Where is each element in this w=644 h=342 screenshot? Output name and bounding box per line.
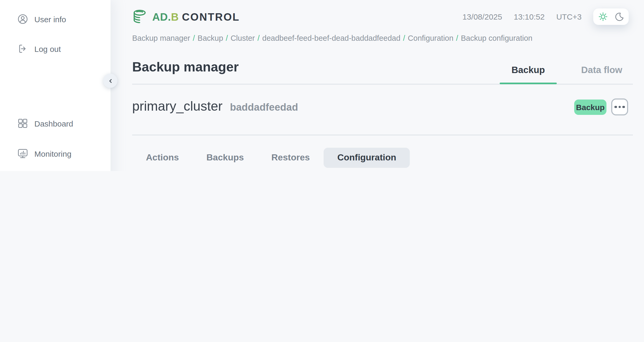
ellipsis-icon [619, 106, 621, 108]
app-logo: AD.BCONTROL [132, 7, 240, 27]
divider [132, 134, 633, 135]
cluster-name: primary_cluster [132, 98, 223, 114]
backup-button[interactable]: Backup [574, 100, 606, 115]
more-actions-button[interactable] [611, 98, 628, 115]
breadcrumb-item[interactable]: Backup manager [132, 34, 190, 42]
breadcrumb-item[interactable]: Configuration [408, 34, 454, 42]
current-date: 13/08/2025 [462, 12, 502, 21]
breadcrumb: Backup manager/Backup/Cluster/deadbeef-f… [132, 34, 532, 42]
breadcrumb-separator: / [401, 34, 408, 42]
ellipsis-icon [615, 106, 617, 108]
cluster-tabs: Actions Backups Restores Configuration [132, 148, 410, 168]
user-circle-icon [17, 13, 29, 25]
tab-backups[interactable]: Backups [193, 148, 258, 168]
light-theme-sun-icon[interactable] [598, 11, 608, 21]
breadcrumb-separator: / [453, 34, 461, 42]
divider [132, 84, 633, 84]
logo-text: AD.BCONTROL [152, 11, 240, 23]
breadcrumb-separator: / [190, 34, 197, 42]
page-title: Backup manager [132, 59, 239, 75]
sidebar-collapse-button[interactable] [103, 74, 117, 88]
breadcrumb-separator: / [255, 34, 262, 42]
cluster-id: baddadfeedad [230, 102, 298, 113]
tab-backup[interactable]: Backup [500, 65, 557, 76]
breadcrumb-separator: / [223, 34, 231, 42]
sidebar-item-label: Monitoring [34, 149, 71, 158]
logo-database-icon [132, 9, 149, 25]
breadcrumb-item[interactable]: Backup [197, 34, 223, 42]
sidebar-item-log-out[interactable]: Log out [6, 37, 104, 60]
dashboard-icon [17, 118, 29, 129]
breadcrumb-item[interactable]: Cluster [231, 34, 255, 42]
monitoring-icon [17, 148, 29, 159]
header-clockbar: 13/08/2025 13:10:52 UTC+3 [462, 0, 629, 33]
sidebar-item-label: Log out [34, 44, 61, 53]
sidebar-item-user-info[interactable]: User info [6, 7, 104, 31]
dark-theme-moon-icon[interactable] [614, 11, 624, 21]
tab-restores[interactable]: Restores [257, 148, 324, 168]
active-tab-underline [500, 82, 557, 84]
current-time: 13:10:52 [514, 12, 545, 21]
ellipsis-icon [623, 106, 625, 108]
timezone: UTC+3 [556, 12, 582, 21]
app-window: User info Log out Dashboard Monitoring [0, 0, 644, 171]
tab-actions[interactable]: Actions [132, 148, 193, 168]
sidebar-item-monitoring[interactable]: Monitoring [6, 142, 104, 165]
tab-data-flow[interactable]: Data flow [571, 65, 633, 76]
chevron-left-icon [107, 77, 114, 84]
sidebar: User info Log out Dashboard Monitoring [0, 0, 111, 171]
theme-toggle [593, 8, 629, 25]
sidebar-item-label: Dashboard [34, 119, 73, 128]
breadcrumb-item[interactable]: deadbeef-feed-beef-dead-baddadfeedad [262, 34, 400, 42]
breadcrumb-item[interactable]: Backup configuration [461, 34, 532, 42]
sidebar-item-dashboard[interactable]: Dashboard [6, 112, 104, 135]
sidebar-item-label: User info [34, 15, 66, 24]
tab-configuration[interactable]: Configuration [324, 148, 410, 168]
cluster-heading: primary_cluster baddadfeedad [132, 98, 298, 114]
logout-icon [17, 43, 29, 55]
